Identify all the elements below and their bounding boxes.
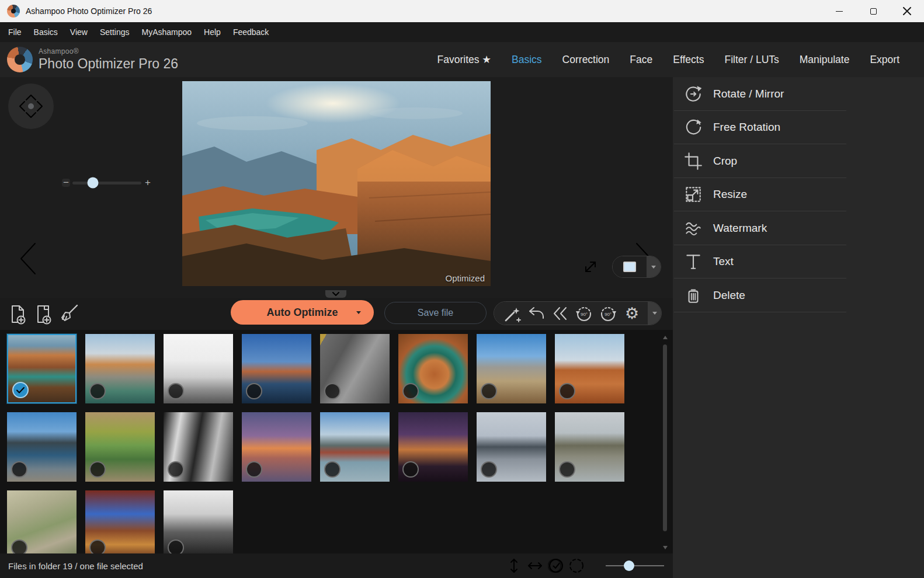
thumbnail[interactable]	[242, 412, 311, 482]
scroll-down-icon[interactable]	[663, 546, 668, 549]
fullscreen-button[interactable]	[582, 258, 599, 276]
clear-list-button[interactable]	[58, 303, 81, 325]
sidebar-item-resize[interactable]: Resize	[673, 178, 924, 212]
menu-myashampoo[interactable]: MyAshampoo	[141, 27, 192, 37]
thumbnail[interactable]	[164, 334, 233, 403]
menu-file[interactable]: File	[8, 27, 22, 37]
select-circle[interactable]	[168, 383, 184, 399]
thumbnail[interactable]	[555, 412, 624, 482]
zoom-out-icon[interactable]: −	[62, 179, 70, 187]
select-circle[interactable]	[559, 383, 575, 399]
select-circle[interactable]	[481, 461, 497, 478]
thumbnail[interactable]	[555, 334, 624, 403]
thumbnail[interactable]	[164, 490, 233, 553]
thumbnail-size-slider[interactable]	[606, 565, 664, 566]
maximize-button[interactable]	[856, 0, 890, 22]
previous-image-button[interactable]	[15, 241, 42, 277]
thumbnail[interactable]	[7, 334, 77, 403]
select-circle[interactable]	[168, 539, 184, 553]
thumbnail[interactable]	[398, 412, 468, 482]
rotate-right-90-button[interactable]: 90°	[598, 304, 618, 323]
menu-settings[interactable]: Settings	[100, 27, 130, 37]
tab-export[interactable]: Export	[870, 54, 899, 66]
preview-zoom-slider[interactable]: − +	[62, 175, 152, 190]
fit-height-button[interactable]	[506, 558, 522, 574]
select-circle[interactable]	[89, 461, 106, 478]
sidebar-item-text[interactable]: Text	[673, 245, 924, 279]
add-file-icon	[8, 303, 29, 325]
photo-canvas[interactable]: Optimized	[182, 81, 491, 286]
thumbnail-scrollbar[interactable]	[662, 333, 669, 549]
size-slider-thumb[interactable]	[624, 560, 634, 571]
add-file-button[interactable]	[7, 303, 29, 325]
select-circle[interactable]	[246, 461, 262, 478]
thumbnail[interactable]	[85, 490, 155, 553]
select-circle[interactable]	[11, 539, 27, 553]
selection-mode-button[interactable]	[568, 558, 585, 574]
select-circle[interactable]	[11, 461, 27, 478]
sidebar-item-crop[interactable]: Crop	[673, 144, 924, 178]
tab-manipulate[interactable]: Manipulate	[800, 54, 850, 66]
thumbnail[interactable]	[164, 412, 233, 482]
settings-button[interactable]: ⚙	[622, 304, 642, 323]
show-optimized-button[interactable]	[548, 558, 564, 574]
zoom-thumb[interactable]	[88, 177, 99, 189]
add-files-button[interactable]	[33, 303, 55, 325]
select-circle[interactable]	[89, 383, 106, 399]
undo-button[interactable]	[526, 304, 546, 323]
tab-favorites[interactable]: Favorites ★	[437, 54, 492, 66]
auto-optimize-button[interactable]: Auto Optimize	[231, 300, 374, 325]
view-mode-dropdown[interactable]	[647, 256, 661, 277]
select-circle[interactable]	[481, 383, 497, 399]
menu-feedback[interactable]: Feedback	[233, 27, 269, 37]
zoom-in-icon[interactable]: +	[144, 179, 152, 187]
select-circle[interactable]	[559, 461, 575, 478]
thumbnail[interactable]	[398, 334, 468, 403]
tab-filter-luts[interactable]: Filter / LUTs	[724, 54, 779, 66]
menu-help[interactable]: Help	[204, 27, 221, 37]
select-circle[interactable]	[168, 461, 184, 478]
undo-all-button[interactable]	[550, 304, 570, 323]
pan-control[interactable]	[8, 83, 54, 129]
thumbnail[interactable]	[242, 334, 311, 403]
thumbnail[interactable]	[85, 412, 155, 482]
thumbnail[interactable]	[320, 334, 390, 403]
sidebar-item-free-rotation[interactable]: Free Rotation	[673, 111, 924, 145]
menu-view[interactable]: View	[70, 27, 88, 37]
select-circle[interactable]	[246, 383, 262, 399]
sidebar-item-watermark[interactable]: Watermark	[673, 211, 924, 245]
thumbnail[interactable]	[477, 334, 546, 403]
select-circle[interactable]	[324, 383, 341, 399]
tab-face[interactable]: Face	[630, 54, 652, 66]
canyon-photo	[182, 81, 491, 286]
quick-actions-dropdown[interactable]	[648, 302, 661, 325]
magic-wand-button[interactable]	[502, 304, 522, 323]
tab-effects[interactable]: Effects	[673, 54, 704, 66]
selected-check-icon[interactable]	[12, 382, 29, 398]
select-circle[interactable]	[402, 383, 419, 399]
menu-basics[interactable]: Basics	[34, 27, 58, 37]
sidebar-item-rotate-mirror[interactable]: Rotate / Mirror	[673, 77, 924, 111]
sidebar-item-delete[interactable]: Delete	[673, 278, 924, 312]
thumbnail[interactable]	[7, 412, 77, 482]
close-button[interactable]	[890, 0, 924, 22]
thumbnail[interactable]	[320, 412, 390, 482]
rotate-left-90-button[interactable]: 90°	[574, 304, 594, 323]
thumbnail[interactable]	[477, 412, 546, 482]
scroll-up-icon[interactable]	[663, 336, 668, 339]
scrollbar-thumb[interactable]	[663, 344, 667, 531]
tab-correction[interactable]: Correction	[562, 54, 610, 66]
collapse-preview-button[interactable]	[325, 290, 346, 298]
auto-optimize-label: Auto Optimize	[267, 307, 338, 319]
thumbnail[interactable]	[7, 490, 77, 553]
minimize-button[interactable]	[822, 0, 856, 22]
compare-view-button[interactable]	[612, 256, 661, 278]
save-file-button[interactable]: Save file	[384, 302, 487, 324]
tab-basics[interactable]: Basics	[512, 54, 542, 66]
thumbnail[interactable]	[85, 334, 155, 403]
zoom-track[interactable]	[72, 182, 141, 184]
select-circle[interactable]	[89, 539, 106, 553]
select-circle[interactable]	[324, 461, 341, 478]
fit-width-button[interactable]	[527, 558, 543, 574]
select-circle[interactable]	[402, 461, 419, 478]
